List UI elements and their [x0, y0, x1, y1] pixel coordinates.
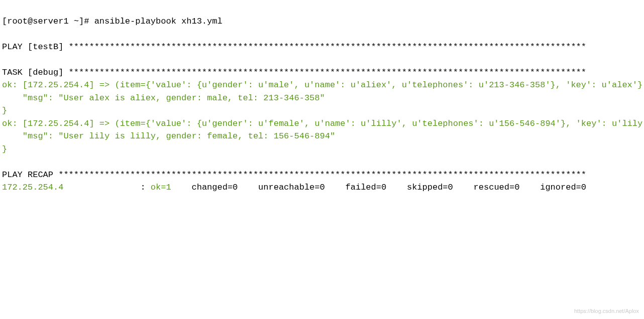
- task-result-1: ok: [172.25.254.4] => (item={'value': {u…: [2, 80, 644, 115]
- task-header: TASK [debug] ***************************…: [2, 68, 586, 77]
- play-header: PLAY [testB] ***************************…: [2, 42, 586, 52]
- command-line: [root@server1 ~]# ansible-playbook xh13.…: [2, 17, 223, 26]
- recap-header: PLAY RECAP *****************************…: [2, 170, 586, 180]
- recap-host: 172.25.254.4: [2, 183, 135, 192]
- terminal-output: [root@server1 ~]# ansible-playbook xh13.…: [2, 15, 642, 194]
- recap-colon: :: [135, 183, 151, 192]
- recap-rest-line1: changed=0 unreachable=0 failed=0 skipped…: [171, 183, 586, 192]
- recap-ok: ok=1: [151, 183, 171, 192]
- task-result-2: ok: [172.25.254.4] => (item={'value': {u…: [2, 119, 644, 154]
